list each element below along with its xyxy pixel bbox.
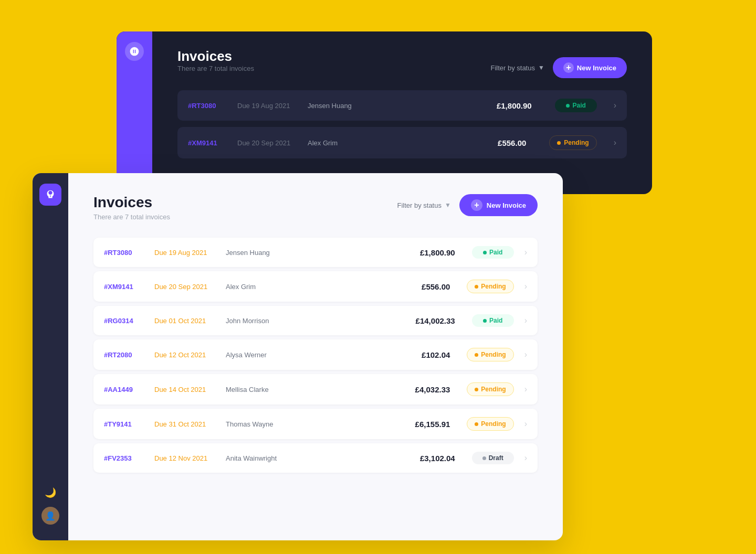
dark-new-invoice-button[interactable]: + New Invoice [553, 57, 627, 78]
l-badge-pending-5: Pending [467, 417, 513, 431]
light-new-invoice-label: New Invoice [487, 201, 526, 209]
dark-inv-arrow-1[interactable]: › [614, 138, 616, 147]
l-inv-due-0: Due 19 Aug 2021 [154, 249, 217, 257]
l-inv-name-2: John Morrison [226, 317, 289, 325]
dark-filter-button[interactable]: Filter by status ▼ [490, 64, 544, 72]
l-inv-name-4: Mellisa Clarke [226, 386, 289, 393]
dark-inv-name-1: Alex Grim [308, 139, 365, 147]
dot-pending-icon-5 [475, 422, 478, 426]
light-new-invoice-button[interactable]: + New Invoice [459, 194, 538, 216]
l-inv-amount-6: £3,102.04 [297, 454, 455, 463]
light-title: Invoices [93, 194, 170, 211]
light-filter-button[interactable]: Filter by status ▼ [397, 201, 450, 209]
l-badge-paid-2: Paid [472, 314, 514, 327]
light-sidebar: 🌙 👤 [33, 173, 68, 540]
l-inv-amount-3: £102.04 [297, 350, 450, 359]
l-inv-due-3: Due 12 Oct 2021 [154, 351, 217, 359]
light-logo [39, 184, 61, 206]
l-inv-arrow-5[interactable]: › [524, 419, 527, 429]
light-invoice-row-1: #XM9141 Due 20 Sep 2021 Alex Grim £556.0… [93, 271, 538, 302]
l-inv-arrow-6[interactable]: › [524, 453, 527, 463]
l-inv-due-1: Due 20 Sep 2021 [154, 283, 217, 291]
light-invoice-row-0: #RT3080 Due 19 Aug 2021 Jensen Huang £1,… [93, 238, 538, 267]
l-inv-id-3: #RT2080 [104, 351, 146, 359]
dark-invoice-row-0: #RT3080 Due 19 Aug 2021 Jensen Huang £1,… [177, 90, 627, 121]
l-inv-name-5: Thomas Wayne [226, 420, 289, 428]
light-invoice-row-6: #FV2353 Due 12 Nov 2021 Anita Wainwright… [93, 443, 538, 473]
dark-subtitle: There are 7 total invoices [177, 65, 254, 72]
l-badge-pending-3: Pending [467, 348, 513, 361]
l-inv-arrow-2[interactable]: › [524, 316, 527, 325]
dark-inv-due-0: Due 19 Aug 2021 [237, 102, 295, 110]
l-inv-arrow-1[interactable]: › [524, 282, 527, 291]
dot-pending-icon-4 [475, 388, 478, 391]
l-inv-amount-0: £1,800.90 [297, 248, 455, 257]
dark-invoice-card: Invoices There are 7 total invoices Filt… [117, 31, 652, 194]
dot-paid-icon [566, 104, 570, 108]
l-badge-pending-4: Pending [467, 382, 513, 396]
l-inv-id-4: #AA1449 [104, 386, 146, 393]
light-invoice-card: 🌙 👤 Invoices There are 7 total invoices … [33, 173, 563, 540]
l-inv-due-4: Due 14 Oct 2021 [154, 386, 217, 393]
light-subtitle: There are 7 total invoices [93, 213, 170, 221]
light-plus-circle-icon: + [471, 199, 482, 211]
l-inv-arrow-3[interactable]: › [524, 350, 527, 359]
avatar[interactable]: 👤 [41, 507, 59, 525]
dark-badge-pending-1: Pending [549, 135, 596, 150]
light-invoice-row-3: #RT2080 Due 12 Oct 2021 Alysa Werner £10… [93, 339, 538, 370]
l-inv-arrow-4[interactable]: › [524, 385, 527, 394]
l-inv-id-6: #FV2353 [104, 454, 146, 462]
l-inv-id-1: #XM9141 [104, 283, 146, 291]
dark-invoice-row-1: #XM9141 Due 20 Sep 2021 Alex Grim £556.0… [177, 127, 627, 158]
moon-icon[interactable]: 🌙 [45, 487, 56, 498]
light-invoice-row-4: #AA1449 Due 14 Oct 2021 Mellisa Clarke £… [93, 374, 538, 404]
l-badge-draft-6: Draft [472, 452, 514, 464]
dark-inv-id-0: #RT3080 [188, 102, 225, 110]
dark-inv-arrow-0[interactable]: › [614, 101, 616, 110]
dot-paid-icon-2 [483, 319, 487, 323]
dot-draft-icon-6 [482, 456, 486, 460]
dot-pending-icon-3 [475, 353, 478, 357]
dark-inv-amount-0: £1,800.90 [378, 101, 532, 110]
l-inv-name-6: Anita Wainwright [226, 454, 289, 462]
dot-pending-icon-1 [475, 285, 478, 289]
l-inv-id-5: #TY9141 [104, 420, 146, 428]
l-inv-id-2: #RG0314 [104, 317, 146, 325]
l-inv-name-0: Jensen Huang [226, 249, 289, 257]
l-badge-paid-0: Paid [472, 246, 514, 259]
l-inv-amount-2: £14,002.33 [297, 316, 455, 325]
l-inv-amount-1: £556.00 [297, 282, 450, 291]
light-filter-label: Filter by status [397, 201, 442, 209]
dot-paid-icon-0 [483, 251, 487, 254]
l-inv-name-3: Alysa Werner [226, 351, 289, 359]
plus-circle-icon: + [563, 62, 574, 73]
l-inv-id-0: #RT3080 [104, 249, 146, 257]
dark-new-invoice-label: New Invoice [577, 64, 616, 72]
l-inv-due-5: Due 31 Oct 2021 [154, 420, 217, 428]
l-inv-due-6: Due 12 Nov 2021 [154, 454, 217, 462]
light-main-content: Invoices There are 7 total invoices Filt… [68, 173, 563, 540]
l-badge-pending-1: Pending [467, 280, 513, 293]
dark-badge-paid-0: Paid [555, 99, 597, 112]
dark-inv-name-0: Jensen Huang [308, 102, 365, 110]
light-invoice-row-5: #TY9141 Due 31 Oct 2021 Thomas Wayne £6,… [93, 409, 538, 439]
dark-filter-label: Filter by status [490, 64, 535, 72]
l-inv-amount-5: £6,155.91 [297, 420, 450, 429]
l-inv-name-1: Alex Grim [226, 283, 289, 291]
light-chevron-down-icon: ▼ [445, 201, 451, 209]
dark-sidebar-strip [117, 31, 152, 194]
chevron-down-icon: ▼ [538, 64, 544, 71]
l-inv-amount-4: £4,032.33 [297, 385, 450, 394]
dot-pending-icon [557, 141, 561, 145]
dark-inv-due-1: Due 20 Sep 2021 [237, 139, 295, 147]
light-invoice-row-2: #RG0314 Due 01 Oct 2021 John Morrison £1… [93, 306, 538, 335]
l-inv-arrow-0[interactable]: › [524, 248, 527, 257]
dark-inv-amount-1: £556.00 [378, 138, 526, 147]
dark-title: Invoices [177, 48, 254, 65]
invoice-list: #RT3080 Due 19 Aug 2021 Jensen Huang £1,… [93, 238, 538, 473]
dark-inv-id-1: #XM9141 [188, 139, 225, 147]
dark-logo [125, 42, 144, 61]
l-inv-due-2: Due 01 Oct 2021 [154, 317, 217, 325]
